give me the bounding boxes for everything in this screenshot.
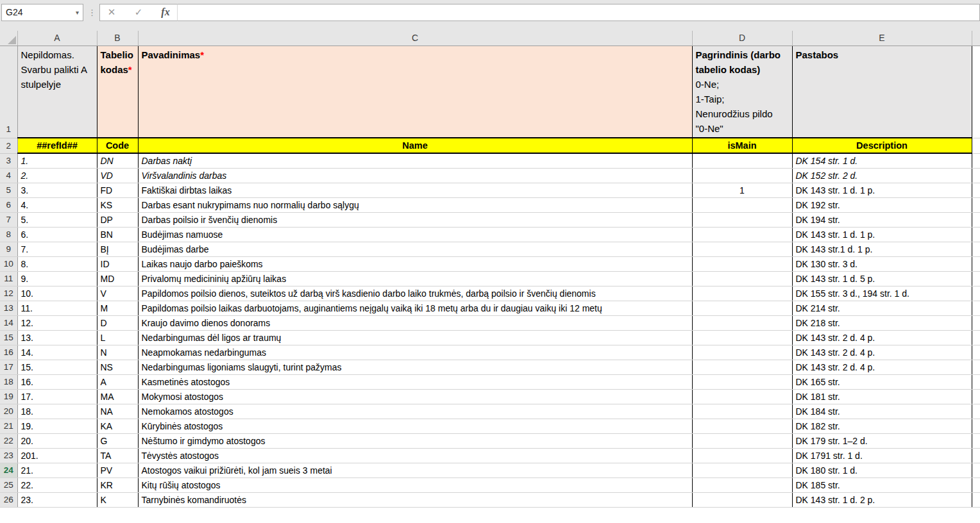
- cell-refid[interactable]: 1.: [17, 153, 97, 168]
- cell-description[interactable]: DK 182 str.: [792, 419, 972, 433]
- cell-empty[interactable]: [972, 360, 980, 374]
- column-header-b[interactable]: B: [97, 31, 138, 46]
- cell-refid[interactable]: 8.: [17, 256, 97, 271]
- cell-empty[interactable]: [972, 433, 980, 448]
- cell-code[interactable]: BN: [97, 227, 138, 242]
- cell-empty[interactable]: [972, 389, 980, 404]
- cell-refid[interactable]: 9.: [17, 271, 97, 286]
- cell-f1[interactable]: [972, 46, 980, 138]
- cell-a1-note[interactable]: Nepildomas. Svarbu palikti A stulpelyje: [17, 46, 97, 138]
- cell-refid[interactable]: 4.: [17, 197, 97, 212]
- cell-code[interactable]: ID: [97, 256, 138, 271]
- formula-input[interactable]: [177, 4, 980, 21]
- column-header-e[interactable]: E: [792, 31, 972, 46]
- row-header[interactable]: 10: [0, 256, 17, 271]
- cell-code[interactable]: PV: [97, 463, 138, 477]
- cell-ismain[interactable]: [692, 256, 792, 271]
- cell-empty[interactable]: [972, 492, 980, 507]
- row-header[interactable]: 5: [0, 183, 17, 197]
- row-header[interactable]: 13: [0, 301, 17, 315]
- cell-code[interactable]: V: [97, 286, 138, 301]
- row-header[interactable]: 23: [0, 448, 17, 463]
- cell-ismain[interactable]: [692, 197, 792, 212]
- cell-description[interactable]: DK 143 str. 1 d. 2 p.: [792, 492, 972, 507]
- cell-d2-ismain[interactable]: isMain: [692, 138, 792, 153]
- column-header-c[interactable]: C: [138, 31, 692, 46]
- name-box-value[interactable]: G24: [6, 7, 73, 17]
- cell-refid[interactable]: 13.: [17, 330, 97, 345]
- cell-b2-code[interactable]: Code: [97, 138, 138, 153]
- cell-name[interactable]: Nedarbingumas ligoniams slaugyti, turint…: [138, 360, 692, 374]
- row-header[interactable]: 21: [0, 419, 17, 433]
- cell-name[interactable]: Budėjimas namuose: [138, 227, 692, 242]
- cell-empty[interactable]: [972, 242, 980, 256]
- cell-ismain[interactable]: [692, 212, 792, 227]
- row-header[interactable]: 24: [0, 463, 17, 477]
- cell-description[interactable]: DK 130 str. 3 d.: [792, 256, 972, 271]
- cell-code[interactable]: DN: [97, 153, 138, 168]
- cell-empty[interactable]: [972, 271, 980, 286]
- row-header[interactable]: 3: [0, 153, 17, 168]
- cell-ismain[interactable]: [692, 153, 792, 168]
- cell-refid[interactable]: 201.: [17, 448, 97, 463]
- cell-refid[interactable]: 6.: [17, 227, 97, 242]
- cell-name[interactable]: Budėjimas darbe: [138, 242, 692, 256]
- cell-name[interactable]: Nedarbingumas dėl ligos ar traumų: [138, 330, 692, 345]
- row-header[interactable]: 25: [0, 477, 17, 492]
- cell-name[interactable]: Atostogos vaikui prižiūrėti, kol jam sue…: [138, 463, 692, 477]
- column-header-d[interactable]: D: [692, 31, 792, 46]
- cell-name[interactable]: Nėštumo ir gimdymo atostogos: [138, 433, 692, 448]
- cell-empty[interactable]: [972, 419, 980, 433]
- cell-refid[interactable]: 20.: [17, 433, 97, 448]
- cell-name[interactable]: Papildomos poilsio dienos, suteiktos už …: [138, 286, 692, 301]
- cell-description[interactable]: DK 143 str. 1 d. 5 p.: [792, 271, 972, 286]
- row-header[interactable]: 7: [0, 212, 17, 227]
- cell-empty[interactable]: [972, 448, 980, 463]
- row-header[interactable]: 14: [0, 315, 17, 330]
- cell-description[interactable]: DK 143 str. 1 d. 1 p.: [792, 183, 972, 197]
- cell-ismain[interactable]: [692, 404, 792, 419]
- cell-empty[interactable]: [972, 301, 980, 315]
- cell-name[interactable]: Viršvalandinis darbas: [138, 168, 692, 183]
- cell-ismain[interactable]: [692, 477, 792, 492]
- cell-refid[interactable]: 2.: [17, 168, 97, 183]
- cell-ismain[interactable]: [692, 433, 792, 448]
- column-header-a[interactable]: A: [17, 31, 97, 46]
- cell-ismain[interactable]: [692, 389, 792, 404]
- row-header[interactable]: 19: [0, 389, 17, 404]
- cell-refid[interactable]: 11.: [17, 301, 97, 315]
- cell-code[interactable]: K: [97, 492, 138, 507]
- row-header[interactable]: 20: [0, 404, 17, 419]
- cell-f2[interactable]: [972, 138, 980, 153]
- cell-code[interactable]: KS: [97, 197, 138, 212]
- cell-description[interactable]: DK 179 str. 1–2 d.: [792, 433, 972, 448]
- cell-ismain[interactable]: [692, 419, 792, 433]
- cell-description[interactable]: DK 1791 str. 1 d.: [792, 448, 972, 463]
- cell-name[interactable]: Kasmetinės atostogos: [138, 374, 692, 389]
- cell-empty[interactable]: [972, 256, 980, 271]
- cell-refid[interactable]: 22.: [17, 477, 97, 492]
- cell-refid[interactable]: 21.: [17, 463, 97, 477]
- cell-description[interactable]: DK 218 str.: [792, 315, 972, 330]
- cell-empty[interactable]: [972, 212, 980, 227]
- cell-code[interactable]: L: [97, 330, 138, 345]
- cell-name[interactable]: Papildomas poilsio laikas darbuotojams, …: [138, 301, 692, 315]
- cell-code[interactable]: DP: [97, 212, 138, 227]
- cell-code[interactable]: KA: [97, 419, 138, 433]
- cell-code[interactable]: TA: [97, 448, 138, 463]
- cell-ismain[interactable]: [692, 360, 792, 374]
- cell-code[interactable]: VD: [97, 168, 138, 183]
- cell-name[interactable]: Neapmokamas nedarbingumas: [138, 345, 692, 360]
- row-header[interactable]: 4: [0, 168, 17, 183]
- cell-ismain[interactable]: [692, 345, 792, 360]
- cell-ismain[interactable]: [692, 168, 792, 183]
- cell-description[interactable]: DK 185 str.: [792, 477, 972, 492]
- cell-refid[interactable]: 17.: [17, 389, 97, 404]
- row-header[interactable]: 2: [0, 138, 17, 153]
- cell-name[interactable]: Tarnybinės komandiruotės: [138, 492, 692, 507]
- cell-code[interactable]: G: [97, 433, 138, 448]
- cell-refid[interactable]: 12.: [17, 315, 97, 330]
- cell-b1-tabelio-kodas[interactable]: Tabelio kodas*: [97, 46, 138, 138]
- row-header[interactable]: 18: [0, 374, 17, 389]
- row-header[interactable]: 26: [0, 492, 17, 507]
